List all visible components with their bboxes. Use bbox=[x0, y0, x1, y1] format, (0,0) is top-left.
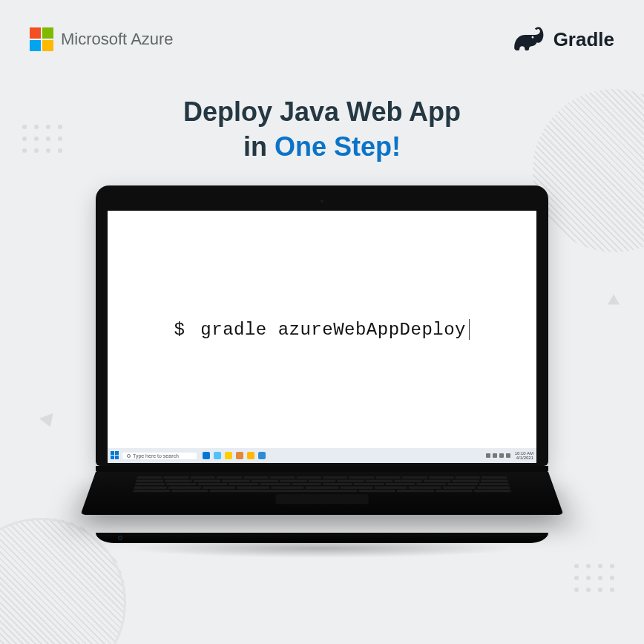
heading-line-2: in One Step! bbox=[0, 130, 644, 165]
start-button[interactable] bbox=[111, 451, 119, 460]
taskbar-app-icon[interactable] bbox=[214, 452, 221, 459]
taskbar-pinned-apps bbox=[203, 452, 266, 459]
gradle-label: Gradle bbox=[553, 28, 614, 51]
windows-taskbar: Type here to search bbox=[108, 448, 536, 463]
microsoft-icon bbox=[30, 27, 53, 51]
tray-icon[interactable] bbox=[493, 453, 497, 458]
header: Microsoft Azure Gradle bbox=[30, 27, 614, 52]
tray-icon[interactable] bbox=[499, 453, 504, 458]
decorative-triangle-right bbox=[605, 295, 620, 310]
terminal-cursor-icon bbox=[469, 319, 470, 340]
laptop-lid: $ gradle azureWebAppDeploy Type here to … bbox=[96, 185, 548, 466]
power-led-icon bbox=[118, 536, 122, 540]
terminal-prompt: $ bbox=[174, 320, 185, 340]
decorative-dots-bottom-right bbox=[574, 564, 614, 592]
terminal-window: $ gradle azureWebAppDeploy bbox=[108, 211, 536, 448]
page-heading: Deploy Java Web App in One Step! bbox=[0, 95, 644, 165]
taskbar-search[interactable]: Type here to search bbox=[122, 453, 197, 459]
microsoft-azure-logo: Microsoft Azure bbox=[30, 27, 174, 51]
search-icon bbox=[127, 454, 131, 458]
heading-accent: One Step! bbox=[275, 131, 401, 162]
laptop-illustration: $ gradle azureWebAppDeploy Type here to … bbox=[96, 185, 548, 561]
decorative-triangle-left bbox=[39, 413, 57, 430]
laptop-camera bbox=[108, 199, 536, 203]
taskbar-app-icon[interactable] bbox=[258, 452, 266, 459]
taskbar-app-icon[interactable] bbox=[236, 452, 243, 459]
gradle-logo: Gradle bbox=[512, 27, 614, 52]
tray-icon[interactable] bbox=[506, 453, 510, 458]
azure-label: Microsoft Azure bbox=[61, 30, 174, 49]
laptop-base bbox=[96, 472, 548, 561]
laptop-front-edge bbox=[96, 533, 548, 543]
taskbar-app-icon[interactable] bbox=[247, 452, 254, 459]
tray-icon[interactable] bbox=[486, 453, 490, 458]
taskbar-tray: 10:10 AM 4/1/2021 bbox=[486, 451, 533, 460]
laptop-screen: $ gradle azureWebAppDeploy Type here to … bbox=[108, 211, 536, 463]
heading-line-1: Deploy Java Web App bbox=[0, 95, 644, 130]
laptop-hinge bbox=[96, 466, 548, 472]
taskbar-app-icon[interactable] bbox=[225, 452, 232, 459]
taskbar-app-icon[interactable] bbox=[203, 452, 210, 459]
taskbar-clock[interactable]: 10:10 AM 4/1/2021 bbox=[515, 451, 533, 460]
terminal-command: gradle azureWebAppDeploy bbox=[200, 320, 466, 340]
search-placeholder: Type here to search bbox=[133, 453, 179, 459]
laptop-keyboard bbox=[104, 475, 540, 493]
gradle-elephant-icon bbox=[512, 27, 546, 52]
laptop-trackpad bbox=[275, 494, 369, 504]
